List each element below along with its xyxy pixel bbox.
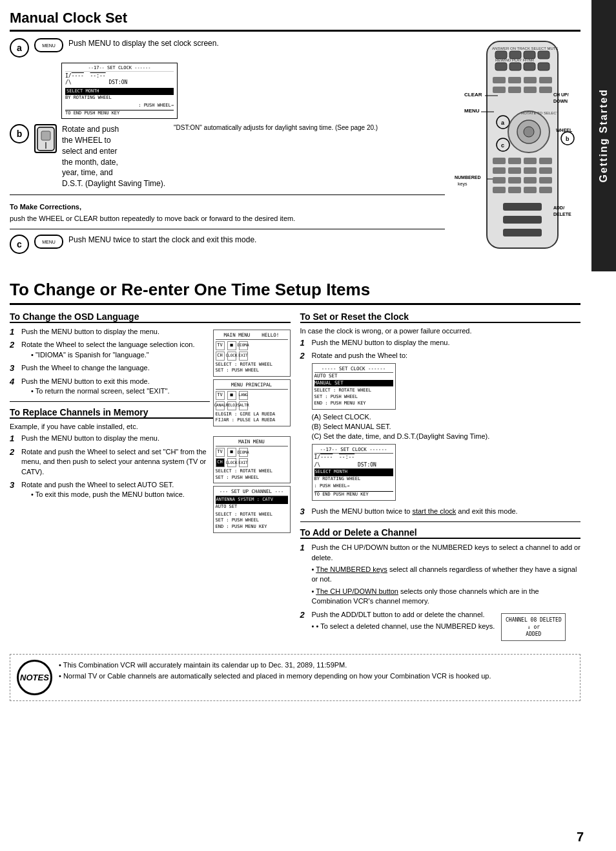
svg-text:c: c [501, 142, 504, 149]
svg-rect-36 [524, 158, 537, 164]
step-a-circle: a [10, 38, 29, 58]
osd-step-3: 3 Push the Wheel to change the language. [10, 363, 210, 373]
add-delete-subsection: To Add or Delete a Channel 1 Push the CH… [300, 527, 581, 644]
svg-text:REWIND  PLAY  FF/NR: REWIND PLAY FF/NR [495, 58, 535, 62]
step-a-text: Push MENU to display the set clock scree… [68, 38, 219, 49]
set-reset-step-1: 1 Push the MENU button to display the me… [300, 338, 581, 348]
wheel-icon-b [34, 124, 57, 153]
osd-language-subsection: To Change the OSD Language MAIN MENU HEL… [10, 311, 291, 396]
svg-rect-47 [508, 187, 521, 193]
corrections-text: push the WHEEL or CLEAR button repeatedl… [10, 215, 295, 222]
add-delete-title: To Add or Delete a Channel [300, 527, 581, 539]
main-menu-screen-channels: MAIN MENU TV ■ DIOMA CH CLOCK EXIT [213, 434, 291, 536]
re-enter-section: To Change or Re-enter One Time Setup Ite… [10, 280, 580, 701]
replace-step-1: 1 Push the MENU button to display the me… [10, 434, 210, 443]
menu-icon-a: MENU [34, 38, 63, 52]
svg-rect-18 [524, 77, 537, 83]
svg-rect-21 [508, 87, 521, 93]
svg-rect-17 [508, 77, 521, 83]
svg-text:ANSWER ON TRACK SELECT MUTE: ANSWER ON TRACK SELECT MUTE [492, 47, 558, 50]
remote-illustration: ANSWER ON TRACK SELECT MUTE REWIND PLAY … [451, 38, 580, 273]
svg-text:b: b [566, 136, 570, 142]
manual-clock-set-title: Manual Clock Set [10, 10, 580, 32]
svg-text:DELETE: DELETE [553, 212, 571, 216]
channel-deleted-screen: CHANNEL 08 DELETED ↓ or ADDED [501, 613, 566, 642]
svg-rect-62 [503, 229, 542, 236]
re-enter-title: To Change or Re-enter One Time Setup Ite… [10, 280, 580, 305]
side-tab: Getting Started [591, 0, 616, 271]
side-tab-label: Getting Started [598, 89, 610, 183]
svg-text:ADD/: ADD/ [553, 205, 564, 210]
svg-text:ROTATE TO SELECT: ROTATE TO SELECT [521, 111, 559, 115]
svg-rect-20 [493, 87, 506, 93]
page-number: 7 [577, 830, 584, 845]
svg-rect-38 [493, 167, 506, 174]
replace-step-2: 2 Rotate and push the Wheel to select an… [10, 447, 210, 477]
svg-rect-41 [539, 167, 552, 174]
svg-rect-1 [41, 131, 50, 140]
step-c-circle: c [10, 235, 29, 254]
svg-text:NUMBERED: NUMBERED [455, 175, 480, 180]
osd-step-4: 4 Push the MENU button to exit this mode… [10, 377, 210, 397]
svg-point-30 [524, 127, 534, 137]
svg-rect-42 [493, 177, 506, 184]
replace-step-3: 3 Rotate and push the Wheel to select AU… [10, 480, 210, 500]
svg-text:WHEEL: WHEEL [556, 128, 573, 132]
svg-rect-7 [538, 51, 549, 59]
svg-rect-43 [508, 177, 521, 184]
remote-svg: ANSWER ON TRACK SELECT MUTE REWIND PLAY … [451, 38, 580, 271]
step-c-text: Push MENU twice to start the clock and e… [68, 235, 256, 246]
svg-text:MENU: MENU [464, 108, 480, 114]
svg-rect-60 [503, 203, 542, 211]
osd-title: To Change the OSD Language [10, 311, 291, 323]
step-b-row: b Rotate and pushthe WHEEL toselect and … [10, 124, 445, 189]
svg-rect-40 [524, 167, 537, 174]
svg-rect-10 [509, 63, 521, 70]
svg-rect-39 [508, 167, 521, 174]
corrections-title: To Make Corrections, [10, 203, 81, 211]
svg-rect-34 [493, 158, 506, 164]
svg-rect-37 [539, 158, 552, 164]
svg-rect-45 [539, 177, 552, 184]
svg-rect-61 [503, 216, 542, 224]
menu-icon-c: MENU [34, 235, 63, 249]
osd-step-1: 1 Push the MENU button to display the me… [10, 327, 210, 337]
svg-rect-12 [538, 63, 549, 70]
svg-text:DOWN: DOWN [553, 99, 568, 103]
svg-rect-49 [539, 187, 552, 193]
step-b-circle: b [10, 124, 29, 143]
osd-step-2: 2 Rotate the Wheel to select the languag… [10, 340, 210, 360]
set-reset-intro: In case the clock is wrong, or a power f… [300, 327, 581, 335]
svg-text:CH UP/: CH UP/ [553, 92, 569, 97]
svg-rect-44 [524, 177, 537, 184]
svg-rect-19 [539, 77, 552, 83]
svg-rect-22 [524, 87, 537, 93]
svg-rect-9 [495, 63, 507, 70]
add-delete-step-2: 2 Push the ADD/DLT button to add or dele… [300, 610, 581, 645]
notes-label: NOTES [17, 660, 52, 695]
svg-rect-23 [539, 87, 552, 93]
set-reset-clock-subsection: To Set or Reset the Clock In case the cl… [300, 311, 581, 516]
corrections-box: To Make Corrections, push the WHEEL or C… [10, 194, 445, 229]
step-b-text: Rotate and pushthe WHEEL toselect and en… [62, 124, 165, 189]
svg-rect-46 [493, 187, 506, 193]
add-delete-step-1: 1 Push the CH UP/DOWN button or the NUMB… [300, 543, 581, 606]
svg-text:CLEAR: CLEAR [464, 92, 482, 98]
set-reset-step-2: 2 Rotate and push the Wheel to: ----- SE… [300, 351, 581, 503]
svg-rect-16 [493, 77, 506, 83]
step-c-row: c MENU Push MENU twice to start the cloc… [10, 235, 445, 254]
notes-content: • This Combination VCR will accurately m… [59, 660, 491, 681]
manual-clock-set-section: Manual Clock Set a MENU Push MENU to dis… [10, 10, 580, 273]
svg-text:keys: keys [458, 182, 467, 187]
svg-rect-35 [508, 158, 521, 164]
step-a-row: a MENU Push MENU to display the set cloc… [10, 38, 445, 58]
svg-rect-48 [524, 187, 537, 193]
notes-box: NOTES • This Combination VCR will accura… [10, 654, 580, 701]
set-reset-step-3: 3 Push the MENU button twice to start th… [300, 507, 581, 516]
svg-rect-11 [524, 63, 535, 70]
dst-note: "DST:ON" automatically adjusts for dayli… [174, 124, 378, 131]
set-reset-title: To Set or Reset the Clock [300, 311, 581, 323]
clock-screen-1: --17-- SET CLOCK ------ I/---- --:-- /\ … [61, 63, 178, 119]
main-menu-screen-osd: MAIN MENU HELLO! TV ■ DIOMA CH CLOCK EXI… [213, 327, 291, 429]
